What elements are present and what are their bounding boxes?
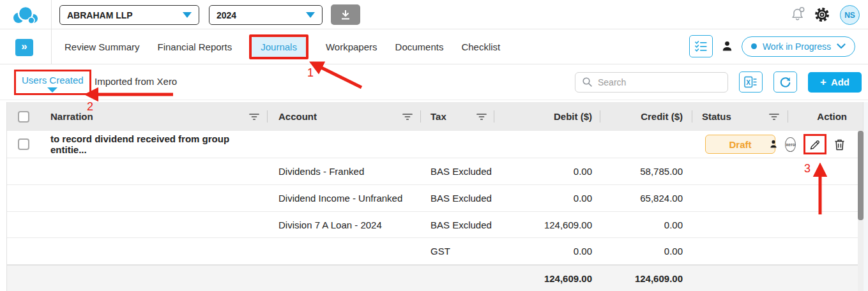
refresh-icon <box>779 76 791 88</box>
totals-row: 124,609.00 124,609.00 <box>7 265 863 291</box>
account-cell: Dividends - Franked <box>268 166 421 177</box>
journals-toolbar: Users Created Imported from Xero X <box>0 64 868 100</box>
sidebar-expand-button[interactable]: » <box>15 39 33 56</box>
chevron-down-icon <box>837 43 846 49</box>
notifications-button[interactable] <box>789 6 807 26</box>
header-narration-label: Narration <box>50 111 93 122</box>
debit-cell: 0.00 <box>494 193 600 204</box>
credit-cell: 0.00 <box>600 220 692 230</box>
xero-sync-button[interactable]: xero <box>785 137 796 152</box>
status-dot-icon <box>751 43 757 49</box>
header-debit-label: Debit ($) <box>554 111 592 122</box>
avatar[interactable]: NS <box>840 5 860 25</box>
header-action: Action <box>788 102 863 131</box>
edit-button[interactable] <box>809 138 821 151</box>
nav-right-controls: Work in Progress <box>689 35 855 57</box>
tab-documents[interactable]: Documents <box>395 41 445 52</box>
gear-icon <box>814 6 830 23</box>
topbar-vertical-divider <box>51 0 52 64</box>
header-tax-label: Tax <box>430 111 446 122</box>
preparer-user-button[interactable] <box>721 40 733 52</box>
journal-line-row[interactable]: Dividend Income - Unfranked BAS Excluded… <box>7 185 863 212</box>
refresh-button[interactable] <box>773 71 797 93</box>
row-checkbox-cell <box>7 138 40 150</box>
download-button[interactable] <box>331 4 360 25</box>
header-credit: Credit ($) <box>600 102 692 131</box>
add-journal-button[interactable]: + Add <box>808 72 862 93</box>
workflow-status-dropdown[interactable]: Work in Progress <box>742 36 855 57</box>
settings-button[interactable] <box>814 6 830 26</box>
filter-icon <box>249 113 259 121</box>
account-cell: Division 7 A Loan - 2024 <box>268 220 421 230</box>
trash-icon <box>834 138 845 151</box>
toolbar-right-controls: X + Add <box>575 71 862 93</box>
account-cell: Dividend Income - Unfranked <box>268 193 421 204</box>
header-tax: Tax <box>421 102 494 131</box>
year-select[interactable]: 2024 <box>209 5 323 25</box>
delete-button[interactable] <box>834 138 845 151</box>
action-cell: xero <box>788 134 863 154</box>
vertical-scrollbar[interactable] <box>858 131 864 291</box>
view-tab-imported-from-xero[interactable]: Imported from Xero <box>95 76 177 87</box>
created-by-user-button[interactable] <box>770 140 777 149</box>
user-icon <box>721 40 733 52</box>
header-status-label: Status <box>702 111 731 122</box>
filter-icon <box>476 113 487 121</box>
annotation-box-users-created: Users Created <box>14 70 91 95</box>
tax-cell: BAS Excluded <box>421 220 494 230</box>
account-filter-button[interactable] <box>402 113 413 121</box>
tab-review-summary[interactable]: Review Summary <box>64 41 141 52</box>
journal-row[interactable]: to record dividend received from group e… <box>7 131 863 158</box>
journal-line-row[interactable]: GST 0.00 0.00 <box>7 238 863 265</box>
tab-checklist[interactable]: Checklist <box>461 41 501 52</box>
select-all-checkbox[interactable] <box>18 111 29 123</box>
header-select-all-cell <box>7 102 40 131</box>
search-input[interactable] <box>598 77 713 87</box>
view-tab-users-created[interactable]: Users Created <box>22 75 84 86</box>
header-credit-label: Credit ($) <box>641 111 683 122</box>
header-status: Status <box>692 102 788 131</box>
caret-down-icon <box>306 12 315 18</box>
entity-select[interactable]: ABRAHAM LLP <box>59 5 199 25</box>
export-excel-button[interactable]: X <box>739 71 763 93</box>
tax-cell: BAS Excluded <box>421 193 494 204</box>
credit-cell: 58,785.00 <box>600 166 692 177</box>
search-icon <box>582 77 593 87</box>
app-logo-cloud-icon[interactable] <box>10 4 41 28</box>
total-credit: 124,609.00 <box>600 273 692 284</box>
journal-line-row[interactable]: Dividends - Franked BAS Excluded 0.00 58… <box>7 158 863 185</box>
add-button-label: Add <box>831 77 849 87</box>
bell-icon <box>789 6 807 23</box>
plus-icon: + <box>820 77 826 87</box>
filter-icon <box>402 113 413 121</box>
credit-cell: 65,824.00 <box>600 193 692 204</box>
download-icon <box>339 8 352 21</box>
double-chevron-right-icon: » <box>21 40 27 53</box>
tax-cell: BAS Excluded <box>421 166 494 177</box>
tab-financial-reports[interactable]: Financial Reports <box>157 41 233 52</box>
table-header-row: Narration Account Tax D <box>7 102 863 131</box>
scrollbar-thumb[interactable] <box>858 131 864 220</box>
debit-cell: 0.00 <box>494 166 600 177</box>
header-narration: Narration <box>40 102 268 131</box>
credit-cell: 0.00 <box>600 246 692 257</box>
annotation-box-edit <box>803 134 826 154</box>
main-tabs: Review Summary Financial Reports Journal… <box>64 29 501 64</box>
tax-cell: GST <box>421 246 494 257</box>
tax-filter-button[interactable] <box>476 113 487 121</box>
journal-line-row[interactable]: Division 7 A Loan - 2024 BAS Excluded 12… <box>7 212 863 238</box>
tab-workpapers[interactable]: Workpapers <box>325 41 378 52</box>
excel-icon: X <box>744 76 758 88</box>
narration-filter-button[interactable] <box>249 113 259 121</box>
filter-icon <box>769 113 779 121</box>
status-filter-button[interactable] <box>769 113 779 121</box>
tab-journals[interactable]: Journals <box>252 37 306 57</box>
checklist-panel-button[interactable] <box>689 35 713 57</box>
row-checkbox[interactable] <box>18 138 29 150</box>
workflow-status-label: Work in Progress <box>763 41 831 52</box>
avatar-initials: NS <box>844 11 855 20</box>
user-icon <box>770 140 777 149</box>
total-debit: 124,609.00 <box>494 273 600 284</box>
annotation-box-journals: Journals <box>249 34 308 59</box>
status-badge[interactable]: Draft <box>705 135 775 154</box>
